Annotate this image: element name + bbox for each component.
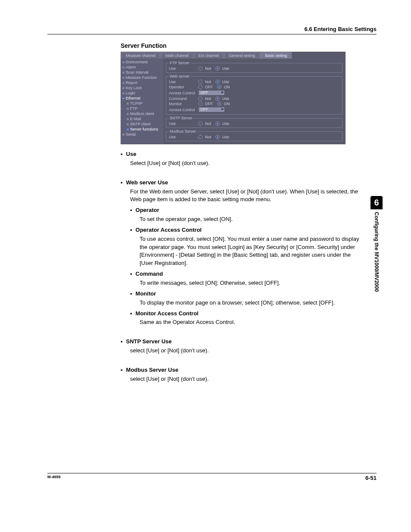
chapter-number: 6 bbox=[371, 196, 383, 209]
sidebar-item[interactable]: Alarm bbox=[122, 65, 162, 70]
p-monitor-access: Same as the Operator Access Control. bbox=[140, 318, 362, 327]
label-access-control-1: Access Control bbox=[169, 91, 196, 95]
tab-basic-setting[interactable]: Basic setting bbox=[260, 52, 292, 59]
screenshot-panel: Measure channel Math channel Ext channel… bbox=[121, 52, 346, 144]
h-operator: Operator bbox=[136, 206, 159, 215]
radio-command-use[interactable] bbox=[215, 96, 220, 101]
radio-monitor-on[interactable] bbox=[217, 102, 221, 106]
sidebar-item[interactable]: Ethernet bbox=[122, 96, 162, 101]
bullet-icon bbox=[127, 123, 129, 125]
sidebar-item-label: Login bbox=[126, 91, 135, 95]
h-modbus: Modbus Server Use bbox=[126, 366, 178, 374]
sidebar-item[interactable]: Report bbox=[122, 80, 162, 85]
radio-modbus-not[interactable] bbox=[198, 135, 202, 139]
tab-general-setting[interactable]: General setting bbox=[224, 52, 260, 59]
bullet-icon bbox=[127, 113, 129, 115]
p-modbus: select [Use] or [Not] (don't use). bbox=[130, 375, 362, 383]
group-ftp-server: FTP Server Use Not Use bbox=[166, 61, 342, 73]
sidebar-item[interactable]: TCP/IP bbox=[122, 101, 162, 106]
doc-code: M-4659 bbox=[47, 475, 61, 481]
h-web: Web server Use bbox=[126, 179, 168, 187]
bullet-icon bbox=[122, 61, 125, 63]
sidebar-item-label: SNTP client bbox=[130, 122, 150, 126]
settings-main: FTP Server Use Not Use Web server Use No… bbox=[163, 59, 345, 144]
p-operator-access: To use access control, select [ON]. You … bbox=[140, 235, 362, 268]
radio-operator-off[interactable] bbox=[198, 85, 202, 89]
breadcrumb: 6.6 Entering Basic Settings bbox=[47, 26, 377, 34]
bullet-icon bbox=[127, 118, 129, 120]
sidebar-item-label: Report bbox=[126, 81, 137, 85]
radio-ftp-not[interactable] bbox=[198, 66, 202, 71]
page-number: 6-51 bbox=[365, 475, 377, 481]
p-sntp: select [Use] or [Not] (don't use). bbox=[130, 347, 362, 355]
radio-command-not[interactable] bbox=[198, 96, 202, 101]
dropdown-access-control-1[interactable]: OFF bbox=[198, 90, 225, 96]
sidebar-item-label: Scan Interval bbox=[126, 70, 149, 75]
sidebar-item-label: Serial bbox=[126, 132, 136, 137]
label-web-use: Use bbox=[169, 80, 196, 84]
tab-measure-channel[interactable]: Measure channel bbox=[121, 52, 160, 59]
sidebar-item[interactable]: Modbus client bbox=[122, 111, 162, 116]
p-command: To write messages, select [ON]; Otherwis… bbox=[140, 279, 362, 287]
chapter-title: Configuring the MV1000/MV2000 bbox=[374, 212, 380, 292]
radio-monitor-off[interactable] bbox=[198, 102, 202, 106]
sidebar-item-label: Modbus client bbox=[130, 112, 154, 116]
dropdown-access-control-2[interactable]: OFF bbox=[198, 107, 225, 112]
h-monitor: Monitor bbox=[136, 290, 156, 298]
p-monitor: To display the monitor page on a browser… bbox=[140, 299, 362, 307]
radio-web-use-not[interactable] bbox=[198, 80, 202, 84]
bullet-icon bbox=[122, 97, 125, 100]
sidebar-item[interactable]: FTP bbox=[122, 106, 162, 111]
sidebar-item-label: E-Mail bbox=[130, 117, 141, 121]
p-operator: To set the operator page, select [ON]. bbox=[140, 215, 362, 224]
radio-sntp-not[interactable] bbox=[198, 121, 202, 126]
page-footer: M-4659 6-51 bbox=[47, 473, 377, 481]
sidebar-item[interactable]: Scan Interval bbox=[122, 70, 162, 75]
bullet-icon bbox=[122, 82, 125, 84]
group-modbus-server: Modbus Server Use Not Use bbox=[166, 129, 342, 141]
sidebar-item[interactable]: E-Mail bbox=[122, 116, 162, 121]
p-web: For the Web item under Server, select [U… bbox=[130, 188, 362, 204]
radio-modbus-use[interactable] bbox=[215, 135, 220, 139]
h-monitor-access: Monitor Access Control bbox=[136, 310, 199, 318]
h-command: Command bbox=[136, 270, 163, 278]
label-command: Command bbox=[169, 96, 196, 101]
sidebar-item-label: TCP/IP bbox=[130, 101, 143, 106]
sidebar-item[interactable]: Environment bbox=[122, 59, 162, 65]
body-text: •Use Select [Use] or [Not] (don't use). … bbox=[121, 150, 362, 383]
h-operator-access: Operator Access Control bbox=[136, 226, 202, 234]
bullet-icon bbox=[122, 72, 125, 74]
group-sntp-server: SNTP Server Use Not Use bbox=[166, 116, 342, 128]
legend-sntp: SNTP Server bbox=[169, 116, 193, 120]
radio-ftp-use[interactable] bbox=[215, 66, 220, 71]
side-tab: 6 Configuring the MV1000/MV2000 bbox=[371, 196, 383, 292]
label-monitor: Monitor bbox=[169, 102, 196, 106]
bullet-icon bbox=[122, 66, 125, 68]
bullet-icon bbox=[122, 134, 125, 136]
bullet-icon bbox=[122, 92, 125, 94]
sidebar-item[interactable]: Server functions bbox=[122, 127, 162, 132]
legend-modbus: Modbus Server bbox=[169, 129, 197, 134]
sidebar-item-label: Key Lock bbox=[126, 86, 142, 90]
section-title: Server Function bbox=[121, 42, 377, 49]
sidebar-item-label: FTP bbox=[130, 106, 137, 111]
sidebar-item[interactable]: Login bbox=[122, 90, 162, 96]
radio-operator-on[interactable] bbox=[217, 85, 221, 89]
bullet-icon bbox=[122, 87, 125, 89]
legend-web: Web server bbox=[169, 74, 190, 78]
sidebar-item[interactable]: Measure Function bbox=[122, 75, 162, 80]
tab-math-channel[interactable]: Math channel bbox=[161, 52, 193, 59]
bullet-icon bbox=[127, 108, 129, 110]
label-operator: Operator bbox=[169, 85, 196, 89]
sidebar-item[interactable]: Key Lock bbox=[122, 85, 162, 90]
label-modbus-use: Use bbox=[169, 135, 196, 139]
label-ftp-use: Use bbox=[169, 66, 196, 71]
sidebar-item-label: Alarm bbox=[126, 65, 136, 69]
sidebar-item[interactable]: Serial bbox=[122, 132, 162, 137]
radio-sntp-use[interactable] bbox=[215, 121, 220, 126]
p-use: Select [Use] or [Not] (don't use). bbox=[130, 159, 362, 168]
label-access-control-2: Access Control bbox=[169, 108, 196, 112]
tab-ext-channel[interactable]: Ext channel bbox=[194, 52, 224, 59]
sidebar-item[interactable]: SNTP client bbox=[122, 121, 162, 127]
radio-web-use-use[interactable] bbox=[215, 80, 220, 84]
